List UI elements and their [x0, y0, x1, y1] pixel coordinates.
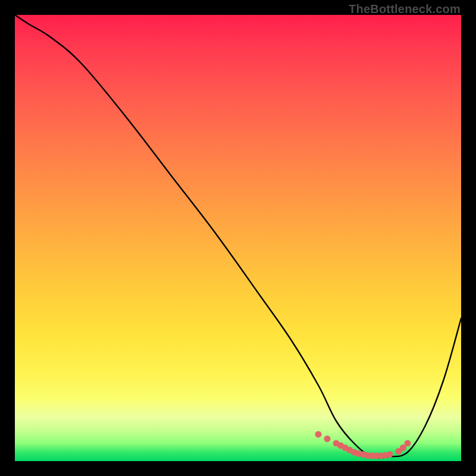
watermark-text: TheBottleneck.com — [349, 2, 461, 16]
marker-dot — [315, 431, 322, 438]
chart-frame: TheBottleneck.com — [0, 0, 476, 476]
minimum-marker-dots — [315, 431, 411, 459]
marker-dot — [324, 436, 331, 442]
curve-layer — [15, 15, 461, 461]
bottleneck-curve — [15, 15, 461, 458]
marker-dot — [387, 451, 393, 458]
marker-dot — [405, 440, 411, 447]
